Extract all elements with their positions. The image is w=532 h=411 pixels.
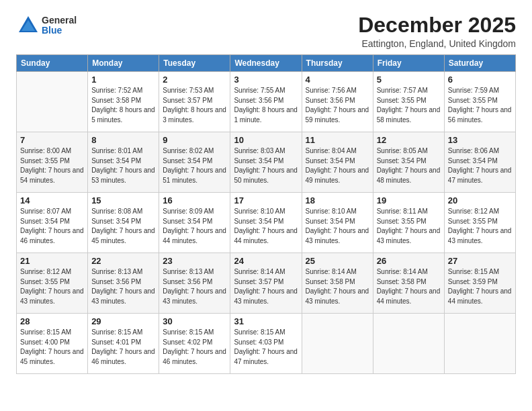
weekday-header: Saturday: [444, 55, 515, 72]
day-number: 4: [306, 75, 369, 85]
calendar-cell: 15Sunrise: 8:08 AMSunset: 3:54 PMDayligh…: [88, 193, 159, 253]
calendar-week-row: 28Sunrise: 8:15 AMSunset: 4:00 PMDayligh…: [17, 314, 516, 374]
day-info: Sunrise: 8:15 AMSunset: 3:59 PMDaylight:…: [448, 267, 512, 306]
calendar-cell: 11Sunrise: 8:04 AMSunset: 3:54 PMDayligh…: [302, 132, 373, 193]
calendar-cell: 12Sunrise: 8:05 AMSunset: 3:54 PMDayligh…: [373, 132, 444, 193]
calendar-cell: 28Sunrise: 8:15 AMSunset: 4:00 PMDayligh…: [17, 314, 88, 374]
month-title: December 2025: [358, 13, 516, 37]
calendar-cell: 19Sunrise: 8:11 AMSunset: 3:55 PMDayligh…: [373, 193, 444, 253]
day-number: 6: [448, 75, 512, 85]
calendar-cell: 9Sunrise: 8:02 AMSunset: 3:54 PMDaylight…: [159, 132, 230, 193]
calendar-cell: 16Sunrise: 8:09 AMSunset: 3:54 PMDayligh…: [159, 193, 230, 253]
day-info: Sunrise: 8:10 AMSunset: 3:54 PMDaylight:…: [306, 207, 369, 246]
calendar-cell: 22Sunrise: 8:13 AMSunset: 3:56 PMDayligh…: [88, 253, 159, 314]
calendar-cell: 31Sunrise: 8:15 AMSunset: 4:03 PMDayligh…: [230, 314, 302, 374]
day-number: 17: [234, 195, 298, 205]
day-number: 28: [20, 316, 84, 326]
calendar-cell: 25Sunrise: 8:14 AMSunset: 3:58 PMDayligh…: [302, 253, 373, 314]
calendar-header-row: SundayMondayTuesdayWednesdayThursdayFrid…: [17, 55, 516, 72]
day-number: 12: [377, 135, 441, 145]
day-number: 15: [91, 195, 155, 205]
day-info: Sunrise: 8:13 AMSunset: 3:56 PMDaylight:…: [91, 267, 155, 306]
day-info: Sunrise: 8:12 AMSunset: 3:55 PMDaylight:…: [20, 267, 84, 306]
day-info: Sunrise: 8:14 AMSunset: 3:58 PMDaylight:…: [377, 267, 441, 306]
day-number: 31: [234, 316, 298, 326]
day-info: Sunrise: 8:04 AMSunset: 3:54 PMDaylight:…: [306, 146, 369, 185]
calendar-cell: 26Sunrise: 8:14 AMSunset: 3:58 PMDayligh…: [373, 253, 444, 314]
weekday-header: Friday: [373, 55, 444, 72]
calendar-cell: 13Sunrise: 8:06 AMSunset: 3:54 PMDayligh…: [444, 132, 515, 193]
day-number: 20: [448, 195, 512, 205]
calendar-cell: [302, 314, 373, 374]
day-number: 19: [377, 195, 441, 205]
day-number: 25: [306, 256, 369, 266]
day-info: Sunrise: 8:02 AMSunset: 3:54 PMDaylight:…: [163, 146, 226, 185]
weekday-header: Monday: [88, 55, 159, 72]
day-info: Sunrise: 8:11 AMSunset: 3:55 PMDaylight:…: [377, 207, 441, 246]
calendar-cell: 21Sunrise: 8:12 AMSunset: 3:55 PMDayligh…: [17, 253, 88, 314]
day-info: Sunrise: 8:05 AMSunset: 3:54 PMDaylight:…: [377, 146, 441, 185]
day-number: 23: [163, 256, 226, 266]
calendar-cell: 2Sunrise: 7:53 AMSunset: 3:57 PMDaylight…: [159, 72, 230, 132]
weekday-header: Wednesday: [230, 55, 302, 72]
day-info: Sunrise: 8:14 AMSunset: 3:57 PMDaylight:…: [234, 267, 298, 306]
calendar-cell: 18Sunrise: 8:10 AMSunset: 3:54 PMDayligh…: [302, 193, 373, 253]
day-number: 1: [91, 75, 155, 85]
day-info: Sunrise: 8:15 AMSunset: 4:00 PMDaylight:…: [20, 328, 84, 367]
day-info: Sunrise: 7:59 AMSunset: 3:55 PMDaylight:…: [448, 86, 512, 125]
calendar-cell: 27Sunrise: 8:15 AMSunset: 3:59 PMDayligh…: [444, 253, 515, 314]
day-info: Sunrise: 8:08 AMSunset: 3:54 PMDaylight:…: [91, 207, 155, 246]
calendar-cell: 24Sunrise: 8:14 AMSunset: 3:57 PMDayligh…: [230, 253, 302, 314]
day-info: Sunrise: 8:15 AMSunset: 4:02 PMDaylight:…: [163, 328, 226, 367]
day-info: Sunrise: 7:52 AMSunset: 3:58 PMDaylight:…: [91, 86, 155, 125]
day-number: 30: [163, 316, 226, 326]
calendar-cell: 8Sunrise: 8:01 AMSunset: 3:54 PMDaylight…: [88, 132, 159, 193]
day-number: 29: [91, 316, 155, 326]
day-info: Sunrise: 8:14 AMSunset: 3:58 PMDaylight:…: [306, 267, 369, 306]
calendar-week-row: 21Sunrise: 8:12 AMSunset: 3:55 PMDayligh…: [17, 253, 516, 314]
day-number: 3: [234, 75, 298, 85]
day-info: Sunrise: 7:56 AMSunset: 3:56 PMDaylight:…: [306, 86, 369, 125]
day-number: 21: [20, 256, 84, 266]
day-number: 14: [20, 195, 84, 205]
weekday-header: Thursday: [302, 55, 373, 72]
calendar-week-row: 7Sunrise: 8:00 AMSunset: 3:55 PMDaylight…: [17, 132, 516, 193]
calendar-cell: [444, 314, 515, 374]
calendar-cell: [17, 72, 88, 132]
calendar-cell: 7Sunrise: 8:00 AMSunset: 3:55 PMDaylight…: [17, 132, 88, 193]
calendar-cell: 3Sunrise: 7:55 AMSunset: 3:56 PMDaylight…: [230, 72, 302, 132]
day-number: 7: [20, 135, 84, 145]
day-info: Sunrise: 8:10 AMSunset: 3:54 PMDaylight:…: [234, 207, 298, 246]
location: Eattington, England, United Kingdom: [358, 38, 516, 49]
day-info: Sunrise: 7:53 AMSunset: 3:57 PMDaylight:…: [163, 86, 226, 125]
logo-blue-text: Blue: [42, 26, 77, 36]
day-info: Sunrise: 8:00 AMSunset: 3:55 PMDaylight:…: [20, 146, 84, 185]
calendar-cell: 20Sunrise: 8:12 AMSunset: 3:55 PMDayligh…: [444, 193, 515, 253]
calendar-cell: 23Sunrise: 8:13 AMSunset: 3:56 PMDayligh…: [159, 253, 230, 314]
day-number: 24: [234, 256, 298, 266]
day-number: 5: [377, 75, 441, 85]
calendar-cell: 30Sunrise: 8:15 AMSunset: 4:02 PMDayligh…: [159, 314, 230, 374]
calendar-cell: 17Sunrise: 8:10 AMSunset: 3:54 PMDayligh…: [230, 193, 302, 253]
day-info: Sunrise: 7:55 AMSunset: 3:56 PMDaylight:…: [234, 86, 298, 125]
day-number: 13: [448, 135, 512, 145]
day-info: Sunrise: 8:15 AMSunset: 4:03 PMDaylight:…: [234, 328, 298, 367]
logo: General Blue: [16, 13, 77, 38]
calendar-table: SundayMondayTuesdayWednesdayThursdayFrid…: [16, 54, 516, 374]
title-area: December 2025 Eattington, England, Unite…: [358, 13, 516, 49]
day-info: Sunrise: 8:07 AMSunset: 3:54 PMDaylight:…: [20, 207, 84, 246]
calendar-cell: 5Sunrise: 7:57 AMSunset: 3:55 PMDaylight…: [373, 72, 444, 132]
day-info: Sunrise: 7:57 AMSunset: 3:55 PMDaylight:…: [377, 86, 441, 125]
calendar-cell: 4Sunrise: 7:56 AMSunset: 3:56 PMDaylight…: [302, 72, 373, 132]
day-info: Sunrise: 8:13 AMSunset: 3:56 PMDaylight:…: [163, 267, 226, 306]
day-number: 2: [163, 75, 226, 85]
day-number: 16: [163, 195, 226, 205]
day-info: Sunrise: 8:06 AMSunset: 3:54 PMDaylight:…: [448, 146, 512, 185]
calendar-cell: 29Sunrise: 8:15 AMSunset: 4:01 PMDayligh…: [88, 314, 159, 374]
weekday-header: Sunday: [17, 55, 88, 72]
day-number: 11: [306, 135, 369, 145]
day-number: 18: [306, 195, 369, 205]
calendar-cell: 6Sunrise: 7:59 AMSunset: 3:55 PMDaylight…: [444, 72, 515, 132]
day-info: Sunrise: 8:15 AMSunset: 4:01 PMDaylight:…: [91, 328, 155, 367]
weekday-header: Tuesday: [159, 55, 230, 72]
